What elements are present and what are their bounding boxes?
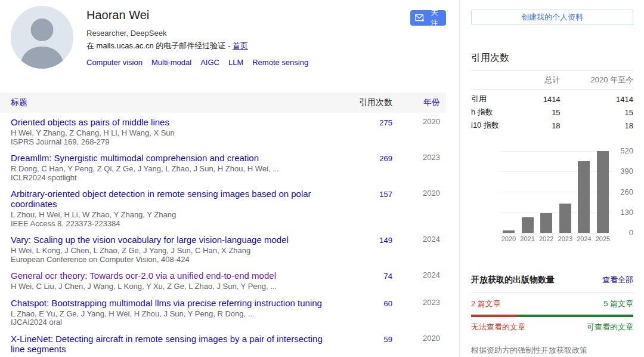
publication-citations-link[interactable]: 275 — [379, 118, 392, 127]
chart-bar[interactable] — [597, 151, 609, 233]
chart-x-tick-label: 2021 — [519, 235, 537, 242]
profile-photo[interactable] — [11, 6, 73, 69]
citations-per-year-chart[interactable]: 0130260390520 202020212022202320242025 — [471, 151, 633, 244]
stats-value-all: 15 — [512, 106, 561, 119]
chart-bar[interactable] — [503, 230, 515, 233]
chart-bar[interactable] — [578, 161, 590, 233]
sidebar: 创建我的个人资料 引用次数 总计 2020 年至今 引用 1414 1414 h… — [471, 0, 633, 356]
stats-label[interactable]: h 指数 — [471, 106, 512, 119]
chart-bar-column — [537, 151, 555, 233]
publication-row: Arbitrary-oriented object detection in r… — [0, 184, 446, 230]
publication-authors: H Wei, C Liu, J Chen, J Wang, L Kong, Y … — [11, 282, 333, 291]
publication-title-link[interactable]: Dreamllm: Synergistic multimodal compreh… — [11, 153, 259, 163]
stats-row-i10-index: i10 指数 18 18 — [471, 119, 633, 132]
publication-row: Dreamllm: Synergistic multimodal compreh… — [0, 149, 446, 184]
chart-bar-column — [575, 151, 593, 233]
interest-link[interactable]: AIGC — [200, 58, 219, 67]
open-access-view-all-link[interactable]: 查看全部 — [602, 275, 633, 285]
chart-x-tick-label: 2020 — [500, 235, 518, 242]
sort-by-title[interactable]: 标题 — [11, 97, 27, 107]
publication-row: General ocr theory: Towards ocr-2.0 via … — [0, 266, 446, 294]
publication-title-link[interactable]: Vary: Scaling up the vision vocabulary f… — [11, 235, 289, 245]
chart-bar[interactable] — [522, 217, 534, 233]
publication-venue: IEEE Access 8, 223373-223384 — [11, 220, 333, 229]
open-articles-bar-segment — [518, 315, 633, 317]
publication-title-link[interactable]: Oriented objects as pairs of middle line… — [11, 117, 169, 127]
verified-email-text: 在 mails.ucas.ac.cn 的电子邮件经过验证 - — [86, 41, 233, 50]
stats-label[interactable]: 引用 — [471, 90, 512, 106]
interest-link[interactable]: Computer vision — [86, 58, 143, 67]
publications-list: Oriented objects as pairs of middle line… — [0, 113, 446, 357]
follow-button[interactable]: 关注 — [410, 10, 446, 26]
publication-citations-link[interactable]: 60 — [384, 299, 392, 308]
main-column: Haoran Wei Researcher, DeepSeek 在 mails.… — [0, 0, 446, 357]
scholar-profile-page: Haoran Wei Researcher, DeepSeek 在 mails.… — [0, 0, 644, 357]
follow-button-label: 关注 — [428, 7, 441, 29]
stats-row-citations: 引用 1414 1414 — [471, 90, 633, 106]
stats-value-all: 1414 — [512, 90, 561, 106]
chart-x-tick-label: 2022 — [537, 235, 555, 242]
publication-year: 2023 — [392, 298, 446, 327]
follow-mail-icon — [415, 14, 425, 22]
chart-x-axis: 202020212022202320242025 — [500, 235, 612, 242]
open-access-section: 开放获取的出版物数量 查看全部 2 篇文章 5 篇文章 无法查看的文章 可查看的… — [471, 275, 633, 356]
profile-affiliation: Researcher, DeepSeek — [86, 29, 446, 38]
profile-name: Haoran Wei — [86, 8, 446, 22]
interest-link[interactable]: Remote sensing — [252, 58, 308, 67]
closed-articles-bar-segment — [471, 315, 518, 317]
publications-table-header: 标题 引用次数 年份 — [0, 93, 446, 113]
stats-value-since: 18 — [561, 119, 633, 132]
chart-bar-column — [500, 151, 518, 233]
chart-bar-column — [519, 151, 537, 233]
open-access-note: 根据资助方的强制性开放获取政策 — [471, 345, 633, 356]
interest-link[interactable]: Multi-modal — [151, 58, 191, 67]
stats-label[interactable]: i10 指数 — [471, 119, 512, 132]
publication-citations-link[interactable]: 74 — [384, 272, 392, 281]
publication-title-link[interactable]: General ocr theory: Towards ocr-2.0 via … — [11, 270, 276, 281]
chart-bar-column — [556, 151, 574, 233]
chart-y-tick-label: 390 — [620, 167, 633, 176]
chart-y-tick-label: 520 — [620, 146, 633, 155]
publication-title-link[interactable]: Arbitrary-oriented object detection in r… — [11, 189, 333, 209]
publication-year: 2020 — [392, 189, 446, 228]
publication-row: Chatspot: Bootstrapping multimodal llms … — [0, 294, 446, 330]
publication-year: 2020 — [392, 117, 446, 146]
publication-year: 2024 — [392, 270, 446, 291]
publication-title-link[interactable]: X-LineNet: Detecting aircraft in remote … — [11, 334, 333, 354]
open-articles-count: 5 篇文章 — [603, 298, 633, 309]
publication-citations-link[interactable]: 269 — [379, 154, 392, 163]
publication-authors: L Zhou, H Wei, H Li, W Zhao, Y Zhang, Y … — [11, 211, 333, 220]
closed-articles-count: 2 篇文章 — [471, 298, 501, 309]
publication-authors: L Zhao, E Yu, Z Ge, J Yang, H Wei, H Zho… — [11, 310, 333, 319]
chart-y-tick-label: 0 — [629, 228, 633, 237]
stats-value-since: 15 — [561, 106, 633, 119]
chart-bar-column — [594, 151, 612, 233]
create-profile-button[interactable]: 创建我的个人资料 — [471, 10, 633, 25]
chart-bar[interactable] — [540, 213, 552, 233]
chart-y-axis: 0130260390520 — [614, 151, 633, 233]
chart-bar[interactable] — [559, 204, 571, 233]
open-access-title: 开放获取的出版物数量 — [471, 275, 555, 285]
chart-y-tick-label: 130 — [620, 208, 633, 217]
publication-title-link[interactable]: Chatspot: Bootstrapping multimodal llms … — [11, 298, 322, 308]
cited-by-title[interactable]: 引用次数 — [471, 52, 633, 64]
publication-venue: IJCAI2024 oral — [11, 318, 333, 327]
open-access-divider — [471, 292, 633, 293]
stats-value-since: 1414 — [561, 90, 633, 106]
chart-plot-area — [500, 151, 612, 233]
publication-row: Vary: Scaling up the vision vocabulary f… — [0, 230, 446, 266]
publication-citations-link[interactable]: 157 — [379, 190, 392, 199]
citation-stats-table: 总计 2020 年至今 引用 1414 1414 h 指数 15 15 i10 … — [471, 70, 633, 132]
stats-value-all: 18 — [512, 119, 561, 132]
chart-x-tick-label: 2023 — [556, 235, 574, 242]
sort-by-year[interactable]: 年份 — [423, 97, 440, 107]
publication-year: 2020 — [392, 334, 446, 357]
publication-citations-link[interactable]: 149 — [379, 236, 392, 245]
homepage-link[interactable]: 首页 — [233, 41, 248, 50]
interest-link[interactable]: LLM — [228, 58, 243, 67]
publication-citations-link[interactable]: 59 — [384, 335, 392, 344]
chart-x-tick-label: 2025 — [594, 235, 612, 242]
publication-venue: ICLR2024 spotlight — [11, 174, 333, 183]
column-divider — [459, 0, 460, 357]
publication-authors: H Wei, L Kong, J Chen, L Zhao, Z Ge, J Y… — [11, 247, 333, 256]
